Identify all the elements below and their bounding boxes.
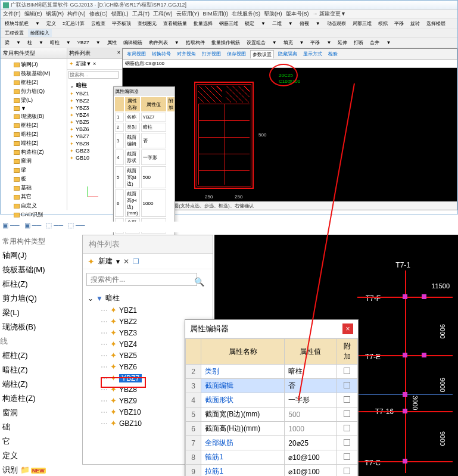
prop-editor-titlebar[interactable]: 属性编辑器 × (185, 320, 358, 338)
toolbar-button[interactable]: 平移 (392, 19, 406, 28)
category-item[interactable]: 剪力墙(Q) (0, 291, 76, 306)
cat-other[interactable]: 它 (0, 434, 76, 449)
menu-item[interactable]: 工程(W) (153, 10, 173, 18)
new-button[interactable]: 新建 (98, 256, 113, 266)
toolbar-button[interactable]: 锁定 (242, 19, 257, 28)
menu-item[interactable]: → 新建变更▼ (313, 10, 346, 18)
delete-icon[interactable]: ✕ (123, 257, 129, 266)
tree-item[interactable]: 窗洞 (2, 157, 66, 166)
grip[interactable] (403, 409, 407, 413)
toolbar-button[interactable]: 模块导航栏 (2, 19, 31, 28)
toolbar-button[interactable]: 局部三维 (350, 19, 374, 28)
toolbar-button[interactable]: 定义 (44, 19, 58, 28)
ribbon-button[interactable]: 打断 (351, 38, 366, 47)
category-item[interactable]: 端柱(Z) (0, 377, 76, 391)
tree-item[interactable]: 现浇板(B) (2, 112, 66, 121)
ribbon[interactable]: 梁▼柱▼暗柱▼YBZ7▼属性编辑钢筋构件列表▼拾取构件批量操作钢筋设置组合▼填充… (1, 38, 457, 48)
prop-row-7[interactable]: 7全部纵筋20⌀25 (186, 436, 358, 450)
ribbon-button[interactable]: ▼ (64, 39, 73, 46)
complist-toolbar[interactable]: ✦ 新建 ▾ ✕ ❐ (83, 254, 213, 269)
menu-item[interactable]: 工具(T) (132, 10, 150, 18)
tree-item[interactable]: 筏板基础(M) (2, 69, 66, 78)
bottom-toolbar[interactable]: ▣ ──▣ ──⬚ ──⬚ ── (0, 222, 458, 232)
cad-tab[interactable]: 参数设置 (250, 50, 274, 58)
ribbon-button[interactable]: 合并 (367, 38, 382, 47)
ribbon-button[interactable]: 延伸 (335, 38, 350, 47)
category-item[interactable]: 筏板基础(M) (0, 263, 76, 277)
ribbon-button[interactable]: 设置组合 (244, 38, 268, 47)
cat-window[interactable]: 窗洞 (0, 406, 76, 420)
cad-tab[interactable]: 保存视图 (225, 50, 248, 58)
grip[interactable] (403, 392, 407, 397)
tree-item[interactable]: 梁 (2, 166, 66, 175)
toolbar-row1[interactable]: 模块导航栏▼定义Σ汇总计算云检查平齐板顶查找图元查看钢筋量批量选择钢筋三维锁定▼… (1, 18, 457, 29)
category-item[interactable]: 构造柱(Z) (0, 391, 76, 406)
ribbon-button[interactable]: YBZ7 (75, 39, 92, 46)
cad-tab[interactable]: 对齐视角 (175, 50, 198, 58)
menu-item[interactable]: 版本号(B) (286, 10, 309, 18)
toolbar-button[interactable]: ▼ (286, 20, 295, 27)
ribbon-button[interactable]: 编辑钢筋 (121, 38, 145, 47)
tree-item[interactable]: CAD识别 (2, 210, 66, 219)
cad-tabs[interactable]: 布局视图转换符号对齐视角打开视图保存视图参数设置隐藏隔离显示方式检验 (123, 49, 457, 60)
search-input-small[interactable] (68, 71, 119, 79)
new-button-small[interactable]: ✦ 新建▼ × (67, 59, 122, 70)
tree-item[interactable]: 暗柱(Z) (2, 130, 66, 139)
ribbon-button[interactable]: ▼ (14, 39, 23, 46)
cad-tab[interactable]: 打开视图 (200, 50, 223, 58)
menu-item[interactable]: 编辑(E) (24, 10, 42, 18)
close-icon[interactable]: × (117, 49, 120, 57)
ribbon-button[interactable]: ▼ (384, 39, 393, 46)
toolbar-button[interactable]: 动态观察 (325, 19, 348, 28)
tree-item[interactable]: 剪力墙(Q) (2, 87, 66, 96)
menubar[interactable]: 文件(F)编辑(E)钢筋(R)构件(N)修改(G)锁图(L)工具(T)工程(W)… (1, 10, 457, 18)
ribbon-button[interactable]: ▼ (172, 39, 182, 46)
prop-row-9[interactable]: 9拉筋1⌀10@100 (186, 465, 358, 477)
menu-item[interactable]: 云应用(Y) (176, 10, 200, 18)
menu-item[interactable]: 钢筋(R) (46, 10, 64, 18)
tree-root-anzhu[interactable]: ⌄ ▼ 暗柱 (88, 292, 208, 304)
ribbon-button[interactable]: 柱 (25, 38, 35, 47)
chevron-down-icon[interactable]: ▾ (116, 257, 120, 266)
chevron-down-icon[interactable]: ⌄ (88, 294, 94, 303)
tree-item[interactable]: ▼ (2, 105, 66, 112)
category-item[interactable]: 框柱(Z) (0, 277, 76, 291)
toolbar-button[interactable]: 二维 (270, 19, 284, 28)
ribbon-button[interactable]: ▼ (270, 39, 279, 46)
grip[interactable] (403, 353, 407, 357)
ribbon-button[interactable]: 构件列表 (147, 38, 170, 47)
ribbon-button[interactable]: ▼ (324, 39, 334, 46)
toolbar-button[interactable]: 查看钢筋量 (161, 19, 189, 28)
toolbar-button[interactable]: 旋转 (408, 19, 422, 28)
prop-row-4[interactable]: 4截面形状一字形 (186, 393, 358, 407)
tab-project-settings[interactable]: 工程设置 (2, 29, 26, 38)
ribbon-button[interactable]: 批量操作钢筋 (209, 38, 242, 47)
tree-item[interactable]: 板 (2, 175, 66, 183)
left-category-list[interactable]: 常用构件类型 轴网(J)筏板基础(M)框柱(Z)剪力墙(Q)梁(L)现浇板(B)… (0, 235, 76, 476)
tree-item[interactable]: 其它 (2, 192, 66, 201)
category-item[interactable]: 轴网(J) (0, 248, 76, 263)
prop-row-6[interactable]: 6截面高(H边)(mm)1000 (186, 422, 358, 436)
toolbar-row2[interactable]: 工程设置 绘图输入 (1, 29, 457, 38)
toolbar-button[interactable]: 批量选择 (191, 19, 215, 28)
tree-item[interactable]: 端柱(Z) (2, 139, 66, 148)
search-icon[interactable]: 🔍 (194, 277, 204, 287)
property-table[interactable]: 属性名称属性值附加2类别暗柱3截面编辑否4截面形状一字形5截面宽(B边)(mm)… (185, 338, 358, 476)
tree-item[interactable]: 框柱(Z) (2, 121, 66, 130)
grip[interactable] (422, 294, 426, 299)
cat-define[interactable]: 定义 (0, 449, 76, 463)
cad-tab[interactable]: 转换符号 (150, 50, 173, 58)
menu-item[interactable]: BIM应用(I) (203, 10, 229, 18)
toolbar-button[interactable]: 选择楼层 (424, 19, 448, 28)
property-editor[interactable]: 属性编辑器 × 属性名称属性值附加2类别暗柱3截面编辑否4截面形状一字形5截面宽… (185, 319, 359, 476)
search-input-big[interactable] (86, 273, 197, 286)
cat-recognize[interactable]: 识别 📁NEW (0, 463, 76, 476)
category-item[interactable]: 梁(L) (0, 306, 76, 320)
ribbon-button[interactable]: ▼ (94, 39, 103, 46)
tree-item[interactable]: 自定义 (2, 201, 66, 210)
toolbar-button[interactable]: 钢筋三维 (217, 19, 241, 28)
toolbar-button[interactable]: ▼ (33, 20, 42, 27)
prop-row-3[interactable]: 3截面编辑否 (186, 379, 358, 393)
category-item[interactable]: 框柱(Z) (0, 349, 76, 363)
toolbar-button[interactable]: 模拟 (376, 19, 390, 28)
